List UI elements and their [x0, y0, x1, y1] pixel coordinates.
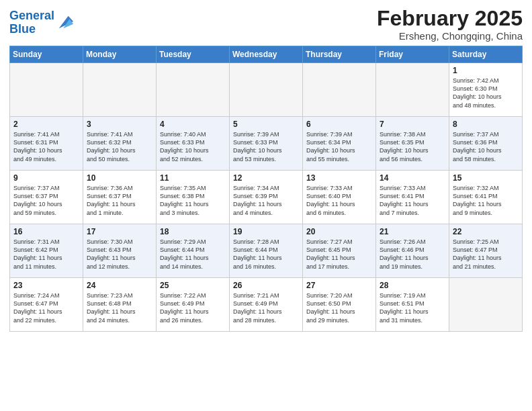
- day-info: Sunrise: 7:38 AM Sunset: 6:35 PM Dayligh…: [380, 130, 445, 163]
- day-info: Sunrise: 7:21 AM Sunset: 6:49 PM Dayligh…: [233, 291, 299, 324]
- title-area: February 2025 Ersheng, Chongqing, China: [377, 7, 523, 42]
- day-cell: 13Sunrise: 7:33 AM Sunset: 6:40 PM Dayli…: [303, 171, 376, 224]
- day-info: Sunrise: 7:33 AM Sunset: 6:41 PM Dayligh…: [380, 184, 445, 217]
- day-cell: [157, 63, 230, 117]
- day-info: Sunrise: 7:32 AM Sunset: 6:41 PM Dayligh…: [453, 184, 519, 217]
- day-info: Sunrise: 7:35 AM Sunset: 6:38 PM Dayligh…: [160, 184, 226, 217]
- day-cell: 5Sunrise: 7:39 AM Sunset: 6:33 PM Daylig…: [230, 117, 303, 171]
- header: GeneralBlue February 2025 Ersheng, Chong…: [9, 7, 523, 42]
- logo: GeneralBlue: [9, 9, 75, 36]
- day-number: 18: [160, 227, 226, 236]
- header-row: SundayMondayTuesdayWednesdayThursdayFrid…: [10, 46, 523, 63]
- day-cell: 21Sunrise: 7:26 AM Sunset: 6:46 PM Dayli…: [376, 224, 449, 278]
- day-cell: [83, 63, 157, 117]
- day-info: Sunrise: 7:29 AM Sunset: 6:44 PM Dayligh…: [160, 238, 226, 271]
- day-cell: 18Sunrise: 7:29 AM Sunset: 6:44 PM Dayli…: [157, 224, 230, 278]
- day-number: 9: [13, 173, 79, 183]
- day-number: 13: [306, 173, 372, 183]
- page: GeneralBlue February 2025 Ersheng, Chong…: [0, 0, 532, 411]
- day-info: Sunrise: 7:34 AM Sunset: 6:39 PM Dayligh…: [233, 184, 299, 217]
- header-cell-saturday: Saturday: [449, 46, 523, 63]
- day-number: 1: [453, 66, 519, 75]
- day-number: 20: [306, 227, 372, 236]
- day-number: 3: [87, 120, 152, 129]
- day-cell: 20Sunrise: 7:27 AM Sunset: 6:45 PM Dayli…: [303, 224, 376, 278]
- day-cell: 4Sunrise: 7:40 AM Sunset: 6:33 PM Daylig…: [157, 117, 230, 171]
- day-info: Sunrise: 7:40 AM Sunset: 6:33 PM Dayligh…: [160, 130, 226, 163]
- day-cell: 14Sunrise: 7:33 AM Sunset: 6:41 PM Dayli…: [376, 171, 449, 224]
- day-info: Sunrise: 7:33 AM Sunset: 6:40 PM Dayligh…: [306, 184, 372, 217]
- logo-text: GeneralBlue: [9, 9, 54, 36]
- day-cell: [230, 63, 303, 117]
- day-info: Sunrise: 7:28 AM Sunset: 6:44 PM Dayligh…: [233, 238, 299, 271]
- day-number: 7: [380, 120, 445, 129]
- month-title: February 2025: [377, 7, 523, 30]
- day-info: Sunrise: 7:25 AM Sunset: 6:47 PM Dayligh…: [453, 238, 519, 271]
- day-cell: 24Sunrise: 7:23 AM Sunset: 6:48 PM Dayli…: [83, 278, 157, 332]
- week-row-4: 23Sunrise: 7:24 AM Sunset: 6:47 PM Dayli…: [10, 278, 523, 332]
- day-number: 16: [13, 227, 79, 236]
- day-cell: [303, 63, 376, 117]
- day-cell: 26Sunrise: 7:21 AM Sunset: 6:49 PM Dayli…: [230, 278, 303, 332]
- week-row-1: 2Sunrise: 7:41 AM Sunset: 6:31 PM Daylig…: [10, 117, 523, 171]
- header-cell-friday: Friday: [376, 46, 449, 63]
- day-cell: 8Sunrise: 7:37 AM Sunset: 6:36 PM Daylig…: [449, 117, 523, 171]
- day-cell: 19Sunrise: 7:28 AM Sunset: 6:44 PM Dayli…: [230, 224, 303, 278]
- day-cell: 9Sunrise: 7:37 AM Sunset: 6:37 PM Daylig…: [10, 171, 83, 224]
- day-cell: 7Sunrise: 7:38 AM Sunset: 6:35 PM Daylig…: [376, 117, 449, 171]
- day-number: 10: [87, 173, 152, 183]
- day-number: 27: [306, 281, 372, 290]
- day-cell: [449, 278, 523, 332]
- day-number: 15: [453, 173, 519, 183]
- day-cell: [376, 63, 449, 117]
- logo-icon: [56, 13, 75, 32]
- day-number: 22: [453, 227, 519, 236]
- day-number: 21: [380, 227, 445, 236]
- week-row-0: 1Sunrise: 7:42 AM Sunset: 6:30 PM Daylig…: [10, 63, 523, 117]
- day-info: Sunrise: 7:42 AM Sunset: 6:30 PM Dayligh…: [453, 77, 519, 109]
- day-number: 28: [380, 281, 445, 290]
- header-cell-tuesday: Tuesday: [157, 46, 230, 63]
- day-number: 4: [160, 120, 226, 129]
- day-cell: 2Sunrise: 7:41 AM Sunset: 6:31 PM Daylig…: [10, 117, 83, 171]
- header-cell-sunday: Sunday: [10, 46, 83, 63]
- day-cell: 1Sunrise: 7:42 AM Sunset: 6:30 PM Daylig…: [449, 63, 523, 117]
- day-number: 11: [160, 173, 226, 183]
- day-info: Sunrise: 7:39 AM Sunset: 6:33 PM Dayligh…: [233, 130, 299, 163]
- day-number: 6: [306, 120, 372, 129]
- day-number: 8: [453, 120, 519, 129]
- day-number: 17: [87, 227, 152, 236]
- day-cell: 16Sunrise: 7:31 AM Sunset: 6:42 PM Dayli…: [10, 224, 83, 278]
- day-info: Sunrise: 7:41 AM Sunset: 6:32 PM Dayligh…: [87, 130, 152, 163]
- day-cell: 3Sunrise: 7:41 AM Sunset: 6:32 PM Daylig…: [83, 117, 157, 171]
- day-cell: 6Sunrise: 7:39 AM Sunset: 6:34 PM Daylig…: [303, 117, 376, 171]
- day-cell: 22Sunrise: 7:25 AM Sunset: 6:47 PM Dayli…: [449, 224, 523, 278]
- day-number: 25: [160, 281, 226, 290]
- day-cell: 17Sunrise: 7:30 AM Sunset: 6:43 PM Dayli…: [83, 224, 157, 278]
- day-cell: 10Sunrise: 7:36 AM Sunset: 6:37 PM Dayli…: [83, 171, 157, 224]
- day-number: 2: [13, 120, 79, 129]
- day-info: Sunrise: 7:20 AM Sunset: 6:50 PM Dayligh…: [306, 291, 372, 324]
- day-number: 5: [233, 120, 299, 129]
- header-cell-monday: Monday: [83, 46, 157, 63]
- day-info: Sunrise: 7:22 AM Sunset: 6:49 PM Dayligh…: [160, 291, 226, 324]
- day-info: Sunrise: 7:36 AM Sunset: 6:37 PM Dayligh…: [87, 184, 152, 217]
- location-title: Ersheng, Chongqing, China: [377, 30, 523, 42]
- day-number: 19: [233, 227, 299, 236]
- day-cell: 11Sunrise: 7:35 AM Sunset: 6:38 PM Dayli…: [157, 171, 230, 224]
- day-info: Sunrise: 7:24 AM Sunset: 6:47 PM Dayligh…: [13, 291, 79, 324]
- day-info: Sunrise: 7:27 AM Sunset: 6:45 PM Dayligh…: [306, 238, 372, 271]
- day-info: Sunrise: 7:26 AM Sunset: 6:46 PM Dayligh…: [380, 238, 445, 271]
- day-cell: 27Sunrise: 7:20 AM Sunset: 6:50 PM Dayli…: [303, 278, 376, 332]
- calendar: SundayMondayTuesdayWednesdayThursdayFrid…: [9, 46, 523, 332]
- day-number: 26: [233, 281, 299, 290]
- day-number: 23: [13, 281, 79, 290]
- day-cell: 15Sunrise: 7:32 AM Sunset: 6:41 PM Dayli…: [449, 171, 523, 224]
- day-number: 14: [380, 173, 445, 183]
- day-cell: 23Sunrise: 7:24 AM Sunset: 6:47 PM Dayli…: [10, 278, 83, 332]
- day-number: 12: [233, 173, 299, 183]
- header-cell-wednesday: Wednesday: [230, 46, 303, 63]
- day-number: 24: [87, 281, 152, 290]
- day-info: Sunrise: 7:23 AM Sunset: 6:48 PM Dayligh…: [87, 291, 152, 324]
- day-cell: 12Sunrise: 7:34 AM Sunset: 6:39 PM Dayli…: [230, 171, 303, 224]
